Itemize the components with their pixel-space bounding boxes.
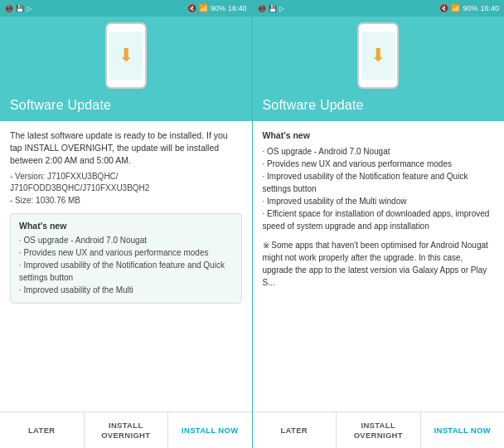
title-section-left: Software Update <box>0 91 252 121</box>
time-left: 16:40 <box>228 4 247 12</box>
title-section-right: Software Update <box>253 91 505 121</box>
status-icons-right: 📵 💾 ▷ <box>258 5 284 12</box>
install-overnight-button-right[interactable]: INSTALL OVERNIGHT <box>337 412 421 448</box>
p2-note: ※ Some apps that haven't been optimised … <box>263 239 495 289</box>
time-right: 16:40 <box>480 4 499 12</box>
title-left: Software Update <box>10 98 111 112</box>
status-right-left: 🔇 📶 90% 16:40 <box>187 4 247 12</box>
later-button-right[interactable]: LATER <box>253 412 337 448</box>
phone-screen-right: ⬇ <box>361 32 395 80</box>
content-area-left: The latest software update is ready to b… <box>0 121 252 411</box>
notification-icon-r: 📵 <box>258 5 266 12</box>
mute-icon: 🔇 <box>187 4 196 12</box>
phone-body-right: ⬇ <box>357 22 399 89</box>
later-button-left[interactable]: LATER <box>0 412 85 448</box>
phone-area-right: ⬇ <box>253 17 505 91</box>
play-icon-r: ▷ <box>279 5 284 12</box>
signal-icon: 📶 <box>199 4 208 12</box>
whats-new-box-left: What's new · OS upgrade - Android 7.0 No… <box>10 213 242 304</box>
button-bar-right: LATER INSTALL OVERNIGHT INSTALL NOW <box>253 411 505 448</box>
install-now-button-left[interactable]: INSTALL NOW <box>168 412 252 448</box>
sd-icon: 💾 <box>16 5 24 12</box>
status-right-right: 🔇 📶 90% 16:40 <box>439 4 499 12</box>
whats-new-item-1: · OS upgrade - Android 7.0 Nougat <box>19 234 233 246</box>
title-right: Software Update <box>263 98 364 112</box>
panel-left: 📵 💾 ▷ 🔇 📶 90% 16:40 ⬇ Software Update Th… <box>0 0 252 448</box>
version-line2: J710FODD3BQHC/J710FXXU3BQH2 <box>10 183 242 195</box>
p2-item-5: · Efficient space for installation of do… <box>263 207 495 232</box>
phone-screen-left: ⬇ <box>109 32 143 80</box>
main-description: The latest software update is ready to b… <box>10 129 242 207</box>
whats-new-item-3: · Improved usability of the Notification… <box>19 259 233 284</box>
play-icon: ▷ <box>27 5 32 12</box>
signal-icon-r: 📶 <box>451 4 460 12</box>
size-line: - Size: 1030.76 MB <box>10 195 242 207</box>
phone-illustration-left: ⬇ <box>105 22 147 89</box>
status-bar-right: 📵 💾 ▷ 🔇 📶 90% 16:40 <box>253 0 505 17</box>
battery-left: 90% <box>211 4 225 12</box>
install-now-button-right[interactable]: INSTALL NOW <box>421 412 505 448</box>
phone-illustration-right: ⬇ <box>357 22 399 89</box>
phone-body-left: ⬇ <box>105 22 147 89</box>
version-info: - Version: J710FXXU3BQHC/ J710FODD3BQHC/… <box>10 171 242 207</box>
description-text: The latest software update is ready to b… <box>10 130 228 165</box>
sd-icon-r: 💾 <box>269 5 277 12</box>
p2-item-1: · OS upgrade - Android 7.0 Nougat <box>263 145 495 158</box>
whats-new-title-left: What's new <box>19 221 233 231</box>
panel-right: 📵 💾 ▷ 🔇 📶 90% 16:40 ⬇ Software Update Wh… <box>252 0 505 448</box>
whats-new-item-2: · Provides new UX and various performanc… <box>19 246 233 259</box>
whats-new-full: What's new · OS upgrade - Android 7.0 No… <box>263 129 495 289</box>
download-arrow-right: ⬇ <box>371 45 385 66</box>
p2-item-2: · Provides new UX and various performanc… <box>263 158 495 170</box>
install-overnight-button-left[interactable]: INSTALL OVERNIGHT <box>85 412 169 448</box>
content-area-right: What's new · OS upgrade - Android 7.0 No… <box>253 121 505 411</box>
whats-new-item-4: · Improved usability of the Multi <box>19 284 233 296</box>
button-bar-left: LATER INSTALL OVERNIGHT INSTALL NOW <box>0 411 252 448</box>
p2-item-3: · Improved usability of the Notification… <box>263 170 495 195</box>
p2-item-4: · Improved usability of the Multi window <box>263 195 495 207</box>
mute-icon-r: 🔇 <box>439 4 448 12</box>
status-icons-left: 📵 💾 ▷ <box>5 5 32 12</box>
download-arrow-left: ⬇ <box>119 45 133 66</box>
version-line1: - Version: J710FXXU3BQHC/ <box>10 171 242 183</box>
whats-new-title-right: What's new <box>263 129 495 143</box>
battery-right: 90% <box>463 4 477 12</box>
phone-area-left: ⬇ <box>0 17 252 91</box>
notification-icon: 📵 <box>5 5 13 12</box>
status-bar-left: 📵 💾 ▷ 🔇 📶 90% 16:40 <box>0 0 252 17</box>
